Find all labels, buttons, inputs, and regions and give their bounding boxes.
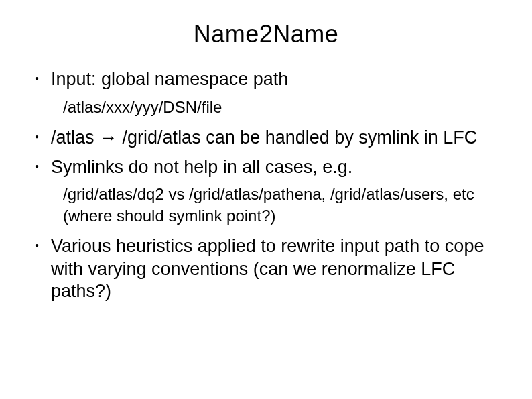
bullet-icon: ● bbox=[35, 68, 39, 89]
slide-content: ● Input: global namespace path /atlas/xx… bbox=[27, 68, 505, 303]
bullet-item: ● Various heuristics applied to rewrite … bbox=[35, 235, 505, 303]
sub-text: /atlas/xxx/yyy/DSN/file bbox=[35, 97, 505, 117]
bullet-text: Symlinks do not help in all cases, e.g. bbox=[51, 156, 352, 179]
bullet-icon: ● bbox=[35, 156, 39, 176]
bullet-icon: ● bbox=[35, 235, 39, 255]
bullet-item: ● Symlinks do not help in all cases, e.g… bbox=[35, 156, 505, 179]
bullet-text: Various heuristics applied to rewrite in… bbox=[51, 235, 505, 303]
bullet-icon: ● bbox=[35, 127, 39, 147]
bullet-text: /atlas → /grid/atlas can be handled by s… bbox=[51, 127, 477, 150]
slide-title: Name2Name bbox=[27, 20, 505, 48]
slide: Name2Name ● Input: global namespace path… bbox=[0, 0, 532, 399]
bullet-item: ● Input: global namespace path bbox=[35, 68, 505, 91]
sub-text: /grid/atlas/dq2 vs /grid/atlas/pathena, … bbox=[35, 184, 505, 225]
bullet-text: Input: global namespace path bbox=[51, 68, 288, 91]
bullet-item: ● /atlas → /grid/atlas can be handled by… bbox=[35, 127, 505, 150]
